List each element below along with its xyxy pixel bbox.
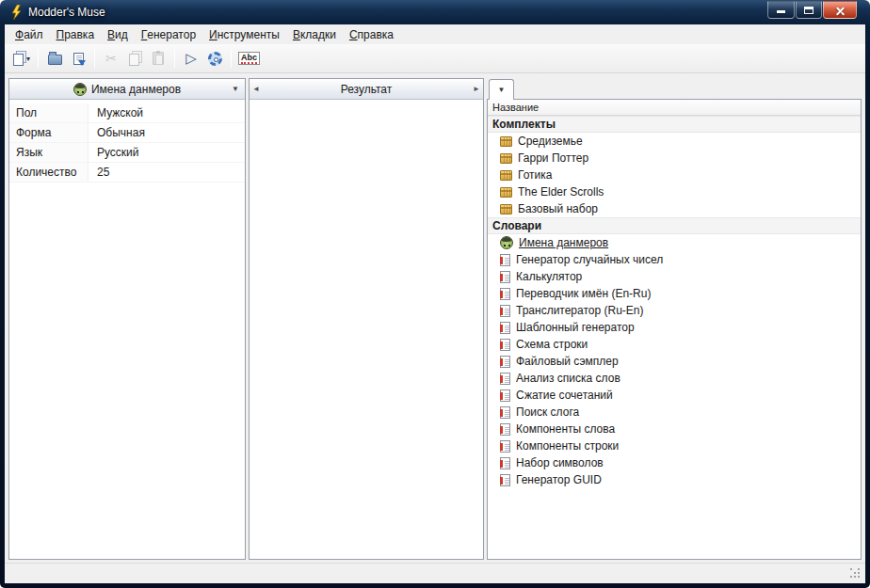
spellcheck-button[interactable]: Abc [236,47,262,70]
list-item[interactable]: Генератор GUID [488,471,861,488]
cut-button[interactable]: ✂ [100,47,122,70]
chevron-down-icon[interactable]: ▼ [226,85,245,93]
toolbar: ▾ ✂ ▷ [5,44,865,73]
kit-icon [500,136,512,147]
list-item[interactable]: Шаблонный генератор [488,319,861,336]
dictionary-icon [500,356,510,368]
save-button[interactable] [67,47,89,70]
property-row[interactable]: Форма Обычная [9,123,245,143]
result-title-group: Результат [263,83,470,96]
close-button[interactable] [823,1,857,19]
library-list: Комплекты Средиземье Гарри Поттер Готика [488,116,861,559]
resize-grip-icon[interactable] [850,568,862,580]
result-body[interactable] [250,100,483,559]
dictionary-icon [500,339,510,351]
property-label: Форма [9,123,89,142]
section-header-kits[interactable]: Комплекты [488,116,861,133]
list-item[interactable]: Переводчик имён (En-Ru) [488,285,861,302]
property-value[interactable]: Обычная [89,123,145,142]
list-item[interactable]: Анализ списка слов [488,370,861,387]
list-item[interactable]: Поиск слога [488,404,861,421]
list-item[interactable]: Гарри Поттер [488,150,861,167]
menu-generator[interactable]: Генератор [135,24,202,44]
property-value[interactable]: 25 [89,163,109,182]
dictionary-icon [500,423,510,436]
list-item[interactable]: Компоненты слова [488,421,861,437]
property-row[interactable]: Пол Мужской [9,103,245,123]
column-header-name[interactable]: Название [488,100,861,116]
property-row[interactable]: Язык Русский [9,143,245,163]
run-icon: ▷ [185,51,197,65]
list-item[interactable]: Генератор случайных чисел [488,251,861,268]
spellcheck-label: Abc [241,53,257,64]
menu-view[interactable]: Вид [101,24,135,44]
paste-button[interactable] [147,47,169,70]
client-area: Файл Правка Вид Генератор Инструменты Вк… [4,24,866,584]
list-item-label: The Elder Scrolls [518,185,604,199]
new-document-icon [13,52,24,65]
close-icon [835,6,846,16]
property-value[interactable]: Мужской [89,103,143,122]
list-item-label: Поиск слога [516,405,579,419]
list-item-label: Набор символов [516,456,604,469]
property-label: Язык [9,143,89,162]
next-result-icon[interactable]: ► [470,79,483,99]
list-item-label: Калькулятор [516,270,582,283]
list-item[interactable]: Базовый набор [488,200,861,217]
list-item[interactable]: Готика [488,167,861,183]
menu-tabs[interactable]: Вкладки [286,24,343,44]
list-item[interactable]: Компоненты строки [488,437,861,454]
list-item[interactable]: Транслитератор (Ru-En) [488,302,861,319]
list-item[interactable]: Схема строки [488,336,861,353]
menu-tools[interactable]: Инструменты [202,24,286,44]
list-item-selected[interactable]: Имена данмеров [488,234,861,251]
library-tab[interactable]: ▼ [489,79,514,100]
property-row[interactable]: Количество 25 [9,163,245,183]
open-button[interactable] [43,47,66,70]
property-label: Количество [9,163,89,182]
copy-button[interactable] [123,47,146,70]
list-item-label: Анализ списка слов [516,372,620,385]
toolbar-separator [174,49,175,68]
list-item-label: Генератор GUID [516,473,602,486]
dictionary-icon [500,254,510,266]
minimize-button[interactable] [767,1,795,19]
toolbar-separator [94,49,95,68]
list-item[interactable]: Калькулятор [488,268,861,285]
list-item-label: Гарри Поттер [518,151,588,165]
list-item[interactable]: Средиземье [488,133,861,150]
list-item[interactable]: Набор символов [488,454,861,471]
new-document-dropdown-icon[interactable]: ▾ [26,55,30,63]
tab-dropdown-icon[interactable]: ▼ [498,86,506,94]
menu-file[interactable]: Файл [8,24,50,44]
run-generator-button[interactable]: ▷ [180,47,202,70]
copy-icon [129,52,140,65]
list-item-label: Шаблонный генератор [516,321,635,334]
titlebar[interactable]: Modder's Muse [4,0,866,24]
dictionary-icon [500,389,510,402]
list-item-label: Файловый сэмплер [516,355,619,368]
list-item-label: Транслитератор (Ru-En) [516,304,644,317]
generator-panel-header[interactable]: Имена данмеров ▼ [9,79,245,100]
caption-buttons [766,1,857,19]
dictionary-icon [500,322,510,334]
list-item[interactable]: Сжатие сочетаний [488,387,861,404]
list-item[interactable]: Файловый сэмплер [488,353,861,370]
dictionary-icon [500,305,510,317]
prev-result-icon[interactable]: ◄ [250,79,263,99]
section-header-dictionaries[interactable]: Словари [488,217,861,234]
menu-help[interactable]: Справка [343,24,400,44]
kit-icon [500,153,512,164]
dictionary-icon [500,457,510,469]
property-value[interactable]: Русский [89,143,139,162]
menu-edit[interactable]: Правка [50,24,102,44]
list-item[interactable]: The Elder Scrolls [488,183,861,200]
kit-icon [500,187,512,198]
dictionary-icon [500,440,510,453]
list-item-label: Переводчик имён (En-Ru) [516,287,651,300]
library-tabstrip: ▼ [487,78,862,99]
settings-button[interactable] [203,47,226,70]
toolbar-separator [231,49,232,68]
new-document-button[interactable]: ▾ [10,47,33,70]
maximize-button[interactable] [796,1,822,19]
